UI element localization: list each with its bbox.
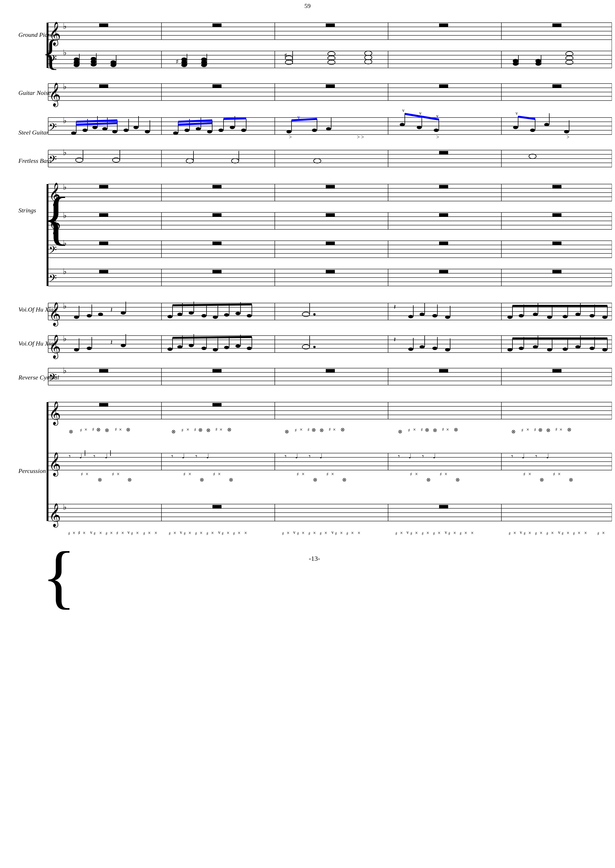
svg-text:♭: ♭ — [63, 503, 67, 511]
svg-text:⊗: ⊗ — [569, 477, 573, 483]
svg-rect-16 — [212, 23, 222, 27]
svg-text:♩: ♩ — [206, 453, 209, 460]
svg-text:⊗: ⊗ — [69, 429, 73, 435]
svg-text:v: v — [515, 111, 518, 115]
svg-text:♯: ♯ — [308, 427, 310, 432]
svg-text:×: × — [119, 427, 122, 432]
svg-text:×: × — [351, 530, 354, 536]
svg-point-315 — [432, 314, 437, 318]
svg-point-118 — [145, 130, 150, 133]
svg-text:𝄽: 𝄽 — [394, 337, 396, 341]
svg-text:⊗: ⊗ — [128, 477, 132, 483]
svg-text:⊗: ⊗ — [538, 427, 543, 433]
svg-text:×: × — [84, 427, 87, 432]
svg-text:v: v — [218, 530, 220, 535]
svg-text:v: v — [402, 108, 404, 113]
svg-text:♯: ♯ — [233, 531, 235, 536]
svg-text:𝄽: 𝄽 — [111, 340, 112, 344]
svg-point-300 — [224, 313, 229, 316]
svg-point-43 — [111, 60, 116, 64]
svg-point-362 — [201, 347, 206, 350]
svg-point-112 — [112, 130, 117, 133]
svg-text:⊗: ⊗ — [454, 427, 458, 432]
svg-text:×: × — [86, 471, 88, 477]
svg-text:×: × — [173, 530, 176, 536]
svg-point-321 — [519, 314, 524, 318]
svg-rect-245 — [99, 242, 108, 245]
svg-point-399 — [602, 348, 607, 351]
svg-rect-415 — [99, 369, 108, 373]
svg-rect-557 — [212, 505, 222, 509]
svg-text:>: > — [289, 134, 292, 140]
svg-text:×: × — [226, 530, 229, 536]
svg-point-294 — [189, 311, 194, 315]
svg-rect-558 — [439, 505, 448, 509]
svg-point-68 — [535, 59, 541, 63]
svg-rect-228 — [212, 213, 222, 217]
svg-text:>: > — [567, 134, 570, 140]
svg-text:×: × — [558, 471, 560, 477]
svg-point-63 — [365, 51, 372, 56]
svg-rect-267 — [553, 270, 562, 274]
svg-rect-212 — [439, 185, 448, 189]
svg-text:v: v — [520, 530, 522, 535]
svg-text:×: × — [313, 530, 316, 536]
svg-text:v: v — [406, 530, 409, 535]
svg-rect-210 — [212, 185, 222, 189]
svg-text:×: × — [302, 471, 304, 477]
svg-point-298 — [213, 315, 218, 319]
svg-text:×: × — [446, 427, 449, 432]
svg-text:×: × — [99, 530, 102, 536]
svg-rect-87 — [212, 84, 222, 88]
svg-text:♭: ♭ — [63, 183, 67, 192]
svg-text:𝄢: 𝄢 — [49, 154, 57, 168]
svg-line-147 — [292, 119, 317, 120]
svg-text:×: × — [333, 427, 336, 432]
svg-text:♯: ♯ — [535, 531, 537, 536]
svg-text:♩: ♩ — [409, 453, 411, 460]
svg-text:♩: ♩ — [79, 453, 82, 460]
svg-text:v: v — [331, 530, 334, 535]
svg-text:⊗: ⊗ — [540, 477, 544, 483]
svg-text:⊗: ⊗ — [105, 427, 109, 433]
svg-text:♯: ♯ — [80, 428, 82, 433]
svg-text:⊗: ⊗ — [426, 477, 431, 483]
svg-line-136 — [178, 120, 212, 122]
svg-line-138 — [223, 118, 246, 119]
svg-text:⊗: ⊗ — [425, 427, 429, 433]
svg-text:♭: ♭ — [63, 48, 67, 57]
svg-text:♯: ♯ — [78, 530, 80, 536]
svg-text:𝄞: 𝄞 — [49, 401, 61, 425]
svg-text:♯: ♯ — [68, 531, 70, 536]
svg-text:>: > — [436, 134, 439, 140]
svg-text:♩: ♩ — [105, 453, 108, 460]
svg-text:⊗: ⊗ — [198, 427, 203, 433]
svg-point-370 — [247, 347, 252, 350]
svg-text:𝄢: 𝄢 — [49, 372, 57, 386]
svg-text:⊗: ⊗ — [126, 427, 130, 432]
svg-point-292 — [177, 313, 183, 316]
svg-text:♯: ♯ — [215, 427, 217, 432]
svg-text:v: v — [445, 530, 447, 535]
svg-text:♯: ♯ — [297, 531, 299, 536]
svg-point-302 — [236, 312, 240, 315]
svg-point-188 — [186, 159, 194, 163]
svg-text:×: × — [567, 530, 570, 536]
svg-point-128 — [207, 130, 212, 133]
svg-text:×: × — [287, 530, 289, 536]
svg-rect-230 — [439, 213, 448, 217]
svg-point-317 — [445, 315, 450, 319]
svg-text:×: × — [136, 530, 139, 536]
svg-text:×: × — [528, 471, 531, 477]
svg-text:♯: ♯ — [92, 427, 94, 432]
svg-text:♯: ♯ — [442, 427, 444, 432]
svg-text:♯: ♯ — [184, 531, 186, 536]
svg-point-366 — [224, 346, 229, 349]
svg-text:♯: ♯ — [335, 531, 337, 536]
svg-point-391 — [547, 348, 552, 351]
svg-rect-418 — [439, 369, 448, 373]
svg-text:♩: ♩ — [295, 453, 298, 460]
svg-rect-246 — [212, 242, 222, 245]
svg-point-160 — [513, 126, 518, 129]
svg-text:♭: ♭ — [63, 239, 67, 248]
